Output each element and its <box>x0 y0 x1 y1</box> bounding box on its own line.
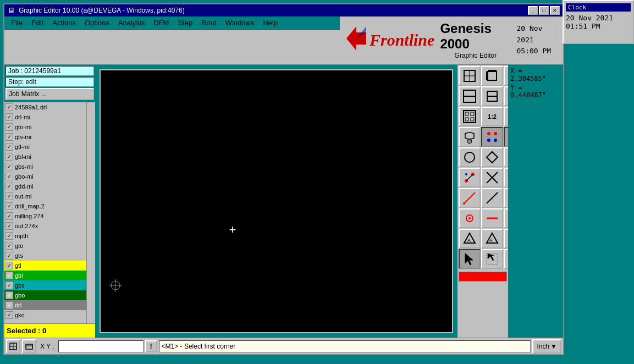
layer-item[interactable]: ✓24599a1.drl <box>4 102 86 112</box>
layer-item[interactable]: ✓gto <box>4 241 86 251</box>
layer-checkbox[interactable]: ✓ <box>5 282 13 289</box>
job-matrix-button[interactable]: Job Matrix ... <box>5 88 94 100</box>
layer-checkbox[interactable]: ✓ <box>5 153 13 161</box>
layer-checkbox[interactable]: ✓ <box>5 311 13 319</box>
tool-ratio-button[interactable]: 1:2 <box>481 107 503 126</box>
exclamation-button[interactable]: ! <box>145 340 157 352</box>
layer-checkbox[interactable]: ✓ <box>5 192 13 200</box>
layer-item[interactable]: ✓gbs <box>4 280 86 290</box>
layer-item[interactable]: ✓gbl-mi <box>4 152 86 162</box>
xy-input[interactable] <box>58 340 144 352</box>
layer-checkbox[interactable]: ✓ <box>5 222 13 230</box>
layer-item[interactable]: ✓gts <box>4 251 86 261</box>
tool-text1-button[interactable]: A <box>459 229 481 249</box>
tool-diamond-button[interactable] <box>481 147 503 167</box>
layer-checkbox[interactable]: ✓ <box>5 232 13 240</box>
vertical-scrollbar[interactable] <box>86 102 95 323</box>
tool-fit-button[interactable] <box>459 66 481 86</box>
tool-point-button[interactable] <box>504 168 508 187</box>
layer-item[interactable]: ✓mpth <box>4 231 86 241</box>
layer-item[interactable]: ✓gbl <box>4 271 86 280</box>
tool-zoom-in-button[interactable] <box>459 86 481 106</box>
layer-item[interactable]: ✓gko <box>4 310 86 320</box>
tool-line2-button[interactable] <box>481 188 503 208</box>
tool-zoom-area-button[interactable] <box>481 66 503 86</box>
tool-rotate-button[interactable] <box>504 86 508 106</box>
tool-cross-button[interactable] <box>481 168 503 187</box>
layer-checkbox[interactable]: ✓ <box>5 262 13 269</box>
layer-list[interactable]: ✓24599a1.drl✓drl-mi✓gto-mi✓gts-mi✓gtl-mi… <box>4 102 95 323</box>
menu-help[interactable]: Help <box>258 18 282 28</box>
menu-actions[interactable]: Actions <box>48 18 80 28</box>
layer-checkbox[interactable]: ✓ <box>5 291 13 299</box>
layer-item[interactable]: ✓drl-mi <box>4 112 86 122</box>
layer-checkbox[interactable]: ✓ <box>5 202 13 210</box>
tool-nodes-button[interactable] <box>459 168 481 187</box>
tool-select-button[interactable] <box>459 107 481 126</box>
tool-deselect-button[interactable] <box>504 249 508 269</box>
layer-checkbox[interactable]: ✓ <box>5 163 13 170</box>
layer-item[interactable]: ✓out-mi <box>4 191 86 201</box>
layer-item[interactable]: ✓drl <box>4 300 86 310</box>
tool-zoom-out-button[interactable] <box>481 86 503 106</box>
status-icon-btn-2[interactable] <box>22 339 36 354</box>
layer-checkbox[interactable]: ✓ <box>5 301 13 309</box>
tool-area-select-button[interactable] <box>481 249 503 269</box>
tool-minus-button[interactable] <box>481 208 503 228</box>
tool-text2-button[interactable]: A <box>481 229 503 249</box>
layer-checkbox[interactable]: ✓ <box>5 173 13 180</box>
tool-text3-button[interactable] <box>504 229 508 249</box>
close-button[interactable]: ✕ <box>550 6 560 15</box>
layer-item[interactable]: ✓gtl-mi <box>4 142 86 152</box>
menu-rout[interactable]: Rout <box>197 18 220 28</box>
status-icon-btn-1[interactable] <box>6 339 20 354</box>
menu-dfm[interactable]: DFM <box>149 18 173 28</box>
menu-file[interactable]: File <box>7 18 27 28</box>
minimize-button[interactable]: _ <box>528 6 538 15</box>
unit-button[interactable]: Inch ▼ <box>532 339 561 354</box>
tool-pad-button[interactable] <box>459 208 481 228</box>
layer-checkbox[interactable]: ✓ <box>5 103 13 111</box>
menu-analysis[interactable]: Analysis <box>114 18 149 28</box>
layer-checkbox[interactable]: ✓ <box>5 143 13 151</box>
layer-checkbox[interactable]: ✓ <box>5 272 13 279</box>
layer-item[interactable]: ✓gtl <box>4 261 86 271</box>
layer-item[interactable]: ✓gbo <box>4 290 86 300</box>
layer-name: drl-mi <box>15 114 30 120</box>
tool-grid-dots-button[interactable] <box>504 127 508 147</box>
layer-item[interactable]: ✓gdd-mi <box>4 181 86 191</box>
tool-resize-button[interactable] <box>504 208 508 228</box>
layer-item[interactable]: ✓out.274x <box>4 221 86 231</box>
menu-edit[interactable]: Edit <box>27 18 48 28</box>
menu-step[interactable]: Step <box>173 18 197 28</box>
layer-checkbox[interactable]: ✓ <box>5 252 13 260</box>
svg-marker-45 <box>487 152 498 163</box>
tool-curve-button[interactable] <box>504 188 508 208</box>
tool-layer-icon-button[interactable] <box>459 127 481 147</box>
layer-item[interactable]: ✓drill_map.2 <box>4 201 86 211</box>
layer-checkbox[interactable]: ✓ <box>5 242 13 250</box>
tool-help-button[interactable]: ? <box>504 107 508 126</box>
menu-windows[interactable]: Windows <box>221 18 259 28</box>
layer-checkbox[interactable]: ✓ <box>5 183 13 190</box>
tool-pointer-button[interactable] <box>459 249 481 269</box>
tool-wave-button[interactable] <box>504 147 508 167</box>
maximize-button[interactable]: □ <box>539 6 549 15</box>
layer-name: 24599a1.drl <box>15 104 47 111</box>
tool-circle-hollow-button[interactable] <box>459 147 481 167</box>
layer-item[interactable]: ✓gbo-mi <box>4 172 86 181</box>
layer-item[interactable]: ✓milling.274 <box>4 211 86 221</box>
layer-item[interactable]: ✓gbs-mi <box>4 162 86 172</box>
layer-item[interactable]: ✓gts-mi <box>4 132 86 142</box>
layer-checkbox[interactable]: ✓ <box>5 212 13 220</box>
tool-home-button[interactable] <box>504 66 508 86</box>
layer-item[interactable]: ✓gto-mi <box>4 122 86 132</box>
tool-dots-red-button[interactable] <box>481 127 503 147</box>
layer-checkbox[interactable]: ✓ <box>5 113 13 121</box>
layer-checkbox[interactable]: ✓ <box>5 123 13 131</box>
tool-line-button[interactable] <box>459 188 481 208</box>
canvas[interactable]: + <box>100 69 453 333</box>
menu-options[interactable]: Options <box>80 18 114 28</box>
color-swatch[interactable] <box>459 272 507 282</box>
layer-checkbox[interactable]: ✓ <box>5 133 13 141</box>
